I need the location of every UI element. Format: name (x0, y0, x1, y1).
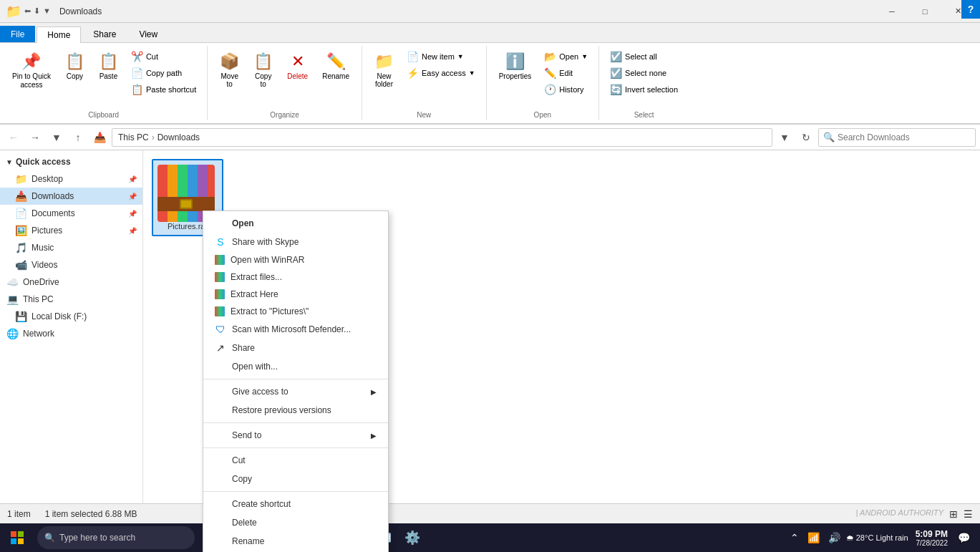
ctx-share[interactable]: ↗ Share (203, 339, 388, 357)
main-area: ▼ Quick access 📁 Desktop 📌 📥 Downloads 📌… (0, 150, 980, 522)
list-view-icon[interactable]: ☰ (964, 508, 973, 520)
network-taskbar-icon[interactable]: 📶 (805, 532, 823, 543)
rename-button[interactable]: ✏️ Rename (316, 49, 356, 84)
sidebar-item-pictures[interactable]: 🖼️ Pictures 📌 (0, 222, 142, 239)
open-label: Open (487, 111, 598, 119)
delete-button[interactable]: ✕ Delete (281, 49, 314, 84)
cut-button[interactable]: ✂️ Cut (126, 49, 201, 64)
volume-icon[interactable]: 🔊 (825, 532, 843, 543)
quick-access-dropdown[interactable]: ▼ (43, 6, 51, 16)
quick-access-arrow: ▼ (6, 158, 13, 166)
ctx-rename[interactable]: Rename (203, 532, 388, 551)
invert-selection-button[interactable]: 🔄 Invert selection (605, 82, 683, 97)
ctx-open-winrar[interactable]: Open with WinRAR (203, 251, 388, 268)
clipboard-buttons: 📌 Pin to Quick access 📋 Copy 📋 Paste ✂️ … (6, 49, 201, 107)
search-input[interactable] (838, 132, 971, 142)
sidebar-item-music[interactable]: 🎵 Music (0, 239, 142, 256)
help-button[interactable]: ? (961, 0, 980, 19)
tab-file[interactable]: File (0, 26, 35, 42)
select-none-button[interactable]: ☑️ Select none (605, 65, 683, 81)
sidebar-item-videos[interactable]: 📹 Videos (0, 256, 142, 273)
sidebar-item-onedrive[interactable]: ☁️ OneDrive (0, 273, 142, 291)
search-icon: 🔍 (823, 132, 835, 142)
back-button[interactable]: ← (4, 128, 23, 147)
open-group: ℹ️ Properties 📂 Open ▼ ✏️ Edit 🕐 (487, 46, 599, 120)
sidebar-item-local-disk[interactable]: 💾 Local Disk (F:) (0, 308, 142, 325)
up-button[interactable]: ↑ (69, 128, 87, 147)
copy-to-button[interactable]: 📋 Copy to (247, 49, 279, 92)
breadcrumb-this-pc[interactable]: This PC (118, 132, 149, 142)
easy-access-button[interactable]: ⚡ Easy access ▼ (402, 65, 480, 81)
forward-button[interactable]: → (26, 128, 44, 147)
chevron-up-icon[interactable]: ⌃ (787, 532, 802, 543)
tab-share[interactable]: Share (82, 26, 127, 42)
ctx-delete[interactable]: Delete (203, 513, 388, 532)
copy-button[interactable]: 📋 Copy (59, 49, 91, 84)
sidebar-item-network[interactable]: 🌐 Network (0, 325, 142, 342)
ctx-give-access[interactable]: Give access to ▶ (203, 382, 388, 401)
pin-quick-access-button[interactable]: 📌 Pin to Quick access (6, 49, 57, 93)
folder-nav-icon: 📥 (94, 132, 106, 143)
new-item-button[interactable]: 📄 New item ▼ (402, 49, 480, 64)
open-small-buttons: 📂 Open ▼ ✏️ Edit 🕐 History (539, 49, 593, 97)
sidebar-item-this-pc[interactable]: 💻 This PC (0, 291, 142, 308)
new-folder-button[interactable]: 📁 New folder (368, 49, 400, 92)
notification-icon[interactable]: 💬 (955, 532, 973, 543)
open-button[interactable]: 📂 Open ▼ (539, 49, 593, 64)
context-menu: Open S Share with Skype Open with WinRAR… (203, 210, 389, 552)
search-box[interactable]: 🔍 (818, 128, 976, 147)
history-button[interactable]: 🕐 History (539, 82, 593, 97)
tab-home[interactable]: Home (37, 26, 81, 43)
ctx-open-with[interactable]: Open with... (203, 357, 388, 376)
svg-rect-3 (18, 538, 24, 544)
ribbon: File Home Share View ? 📌 Pin to Quick ac… (0, 23, 980, 125)
ctx-share-icon: ↗ (215, 342, 226, 354)
edit-button[interactable]: ✏️ Edit (539, 65, 593, 81)
breadcrumb-bar[interactable]: This PC › Downloads (112, 128, 772, 147)
taskbar-time: 5:09 PM (916, 529, 948, 539)
sidebar-item-downloads[interactable]: 📥 Downloads 📌 (0, 188, 142, 205)
weather-info[interactable]: 🌧 28°C Light rain (846, 533, 908, 542)
ctx-send-to[interactable]: Send to ▶ (203, 426, 388, 445)
ctx-copy[interactable]: Copy (203, 470, 388, 488)
ctx-restore-versions[interactable]: Restore previous versions (203, 401, 388, 420)
ctx-extract-here[interactable]: Extract Here (203, 286, 388, 303)
taskbar-clock[interactable]: 5:09 PM 7/28/2022 (911, 529, 952, 547)
paste-shortcut-button[interactable]: 📋 Paste shortcut (126, 82, 201, 97)
paste-button[interactable]: 📋 Paste (92, 49, 125, 84)
title-bar: 📁 ⬅ ⬇ ▼ Downloads ─ □ ✕ (0, 0, 980, 23)
paste-shortcut-icon: 📋 (131, 84, 143, 95)
properties-button[interactable]: ℹ️ Properties (493, 49, 538, 84)
organize-group: 📦 Move to 📋 Copy to ✕ Delete ✏️ Rename O… (208, 46, 362, 120)
move-to-button[interactable]: 📦 Move to (213, 49, 246, 92)
copy-path-button[interactable]: 📄 Copy path (126, 65, 201, 81)
refresh-button[interactable]: ↻ (797, 128, 815, 147)
details-view-icon[interactable]: ⊞ (949, 508, 958, 520)
cut-icon: ✂️ (131, 51, 143, 62)
select-none-icon: ☑️ (610, 67, 622, 79)
recent-locations-button[interactable]: ▼ (47, 128, 66, 147)
taskbar-settings[interactable]: ⚙️ (398, 523, 427, 552)
taskbar-search[interactable]: 🔍 Type here to search (37, 526, 195, 549)
sidebar-item-documents[interactable]: 📄 Documents 📌 (0, 205, 142, 222)
ctx-scan-defender[interactable]: 🛡 Scan with Microsoft Defender... (203, 320, 388, 339)
address-dropdown-button[interactable]: ▼ (775, 128, 794, 147)
properties-quick-icon[interactable]: ⬇ (34, 6, 40, 16)
ctx-cut[interactable]: Cut (203, 451, 388, 470)
maximize-button[interactable]: □ (908, 0, 941, 23)
back-quick-icon[interactable]: ⬅ (24, 6, 31, 16)
minimize-button[interactable]: ─ (875, 0, 908, 23)
ctx-sep-3 (203, 447, 388, 448)
sidebar-item-desktop[interactable]: 📁 Desktop 📌 (0, 170, 142, 188)
breadcrumb-downloads[interactable]: Downloads (157, 132, 200, 142)
new-buttons: 📁 New folder 📄 New item ▼ ⚡ Easy access … (368, 49, 480, 107)
ctx-extract-to[interactable]: Extract to "Pictures\" (203, 303, 388, 320)
ctx-create-shortcut[interactable]: Create shortcut (203, 495, 388, 513)
start-button[interactable] (0, 523, 34, 552)
ctx-open[interactable]: Open (203, 214, 388, 233)
ctx-extract-files[interactable]: Extract files... (203, 268, 388, 286)
tab-view[interactable]: View (128, 26, 168, 42)
ctx-share-skype[interactable]: S Share with Skype (203, 233, 388, 251)
select-all-button[interactable]: ☑️ Select all (605, 49, 683, 64)
quick-access-header[interactable]: ▼ Quick access (0, 153, 142, 170)
